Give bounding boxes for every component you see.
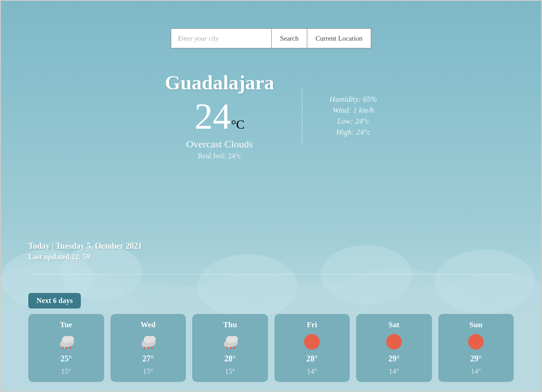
forecast-card: Fri28°14° [274, 314, 350, 382]
forecast-card: Sun29°14° [438, 314, 514, 382]
svg-point-11 [66, 347, 68, 349]
sun-icon [467, 333, 484, 350]
search-button[interactable]: Search [271, 28, 307, 48]
search-area: Search Next 6 days Current Location [1, 1, 541, 48]
forecast-high-temp: 29° [388, 354, 400, 364]
rain-cloud-icon [139, 333, 157, 350]
weather-condition: Overcast Clouds [186, 138, 253, 150]
forecast-high-temp: 28° [224, 354, 236, 364]
forecast-card: Sat29°14° [356, 314, 432, 382]
forecast-card: Wed 27°15° [111, 314, 186, 382]
high-temp-stat: High: 24°c [330, 128, 377, 137]
wind-stat: Wind: 1 km/h [330, 106, 377, 115]
forecast-low-temp: 15° [143, 367, 153, 376]
forecast-high-temp: 29° [470, 354, 482, 364]
svg-point-16 [148, 336, 156, 342]
svg-point-17 [144, 347, 146, 349]
forecast-section: Next 6 days Tue 25°15°Wed 27°15°Thu [28, 293, 514, 382]
forecast-high-temp: 25° [60, 354, 72, 364]
forecast-low-temp: 15° [225, 367, 235, 376]
weather-stats: Humidity: 65% Wind: 1 km/h Low: 24°c Hig… [330, 95, 377, 137]
forecast-day-name: Tue [60, 320, 72, 329]
stats-divider [302, 89, 302, 143]
forecast-day-name: Wed [141, 320, 156, 329]
date-info: Today | Tuesday 5, October 2021 Last upd… [28, 241, 142, 261]
forecast-day-name: Fri [307, 320, 317, 329]
temperature-unit: °C [231, 117, 245, 132]
low-temp-stat: Low: 24°c [330, 117, 377, 126]
svg-point-24 [226, 347, 228, 349]
current-location-button[interactable]: Current Location [307, 28, 371, 48]
temperature-value: 24 [195, 98, 231, 135]
forecast-cards: Tue 25°15°Wed 27°15°Thu [28, 314, 514, 382]
svg-point-10 [62, 347, 64, 349]
weather-left: Guadalajara 24 °C Overcast Clouds Real f… [165, 71, 274, 160]
forecast-low-temp: 15° [61, 367, 71, 376]
rain-cloud-icon [221, 333, 239, 350]
svg-point-19 [151, 347, 153, 349]
humidity-stat: Humidity: 65% [330, 95, 377, 104]
sun-icon [303, 333, 321, 350]
city-input[interactable] [171, 28, 271, 48]
forecast-card: Tue 25°15° [28, 314, 104, 382]
forecast-day-name: Thu [223, 320, 237, 329]
weather-main: Guadalajara 24 °C Overcast Clouds Real f… [1, 71, 541, 160]
app-container: Search Next 6 days Current Location Guad… [0, 0, 542, 392]
city-name: Guadalajara [165, 71, 274, 94]
forecast-low-temp: 14° [471, 367, 481, 376]
last-updated: Last updated 22: 59 [28, 253, 142, 261]
svg-point-26 [233, 347, 235, 349]
rain-cloud-icon [58, 333, 75, 350]
temperature-display: 24 °C [195, 98, 245, 135]
forecast-high-temp: 27° [142, 354, 154, 364]
svg-point-12 [69, 347, 71, 349]
sun-icon [385, 333, 403, 350]
forecast-day-name: Sun [469, 320, 482, 329]
section-divider [28, 274, 514, 275]
forecast-day-name: Sat [389, 320, 400, 329]
forecast-card: Thu 28°15° [192, 314, 268, 382]
real-feel: Real feel: 24°c [198, 152, 241, 160]
svg-point-9 [67, 336, 74, 342]
forecast-low-temp: 14° [307, 367, 317, 376]
svg-point-25 [230, 347, 232, 349]
svg-point-23 [231, 336, 238, 342]
today-date: Today | Tuesday 5, October 2021 [28, 241, 142, 251]
forecast-low-temp: 14° [389, 367, 399, 376]
forecast-high-temp: 28° [306, 354, 318, 364]
next-days-label: Next 6 days [28, 293, 81, 308]
svg-point-18 [147, 347, 149, 349]
